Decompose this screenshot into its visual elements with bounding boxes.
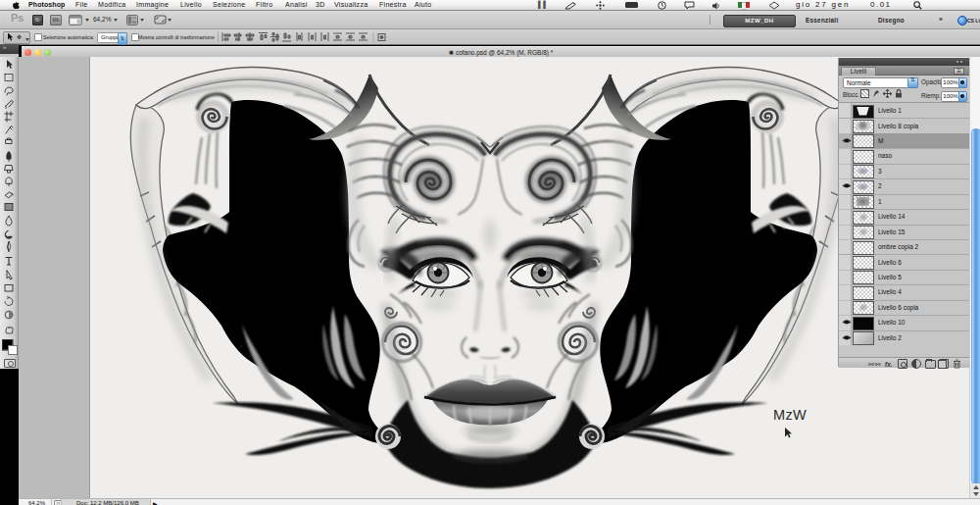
svg-text:MzW: MzW <box>773 407 807 423</box>
